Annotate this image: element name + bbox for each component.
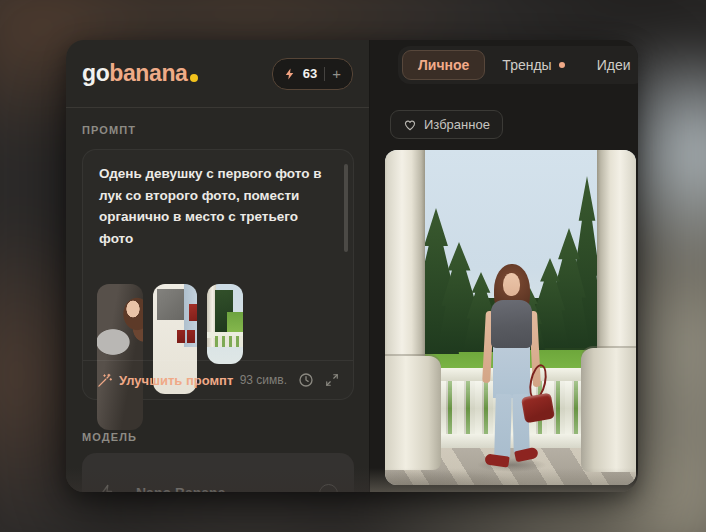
attachment-thumbnail-selfie[interactable] <box>97 284 143 430</box>
model-option-nano-banana[interactable]: Nano Banana <box>82 453 354 492</box>
model-section-label: МОДЕЛЬ <box>82 431 137 443</box>
add-credits-button[interactable]: + <box>332 66 341 81</box>
tab-trends-label: Тренды <box>502 57 551 73</box>
tab-ideas[interactable]: Идеи <box>582 51 638 79</box>
prompt-section-label: ПРОМПТ <box>82 124 136 136</box>
credits-pill[interactable]: 63 + <box>272 58 353 90</box>
favorites-label: Избранное <box>424 117 490 132</box>
column-right-base <box>581 348 636 472</box>
prompt-card: Одень девушку с первого фото в лук со вт… <box>82 149 354 400</box>
column-left <box>385 150 425 362</box>
tab-trends[interactable]: Тренды <box>487 51 579 79</box>
prompt-textarea[interactable]: Одень девушку с первого фото в лук со вт… <box>99 163 327 249</box>
tab-personal-label: Личное <box>418 57 469 73</box>
history-clock-icon[interactable] <box>298 372 314 388</box>
heart-icon <box>403 118 417 131</box>
improve-prompt-button[interactable]: Улучшить промпт <box>97 373 233 388</box>
model-radio[interactable] <box>319 484 338 493</box>
result-photo[interactable] <box>385 150 636 485</box>
person-face <box>503 273 520 296</box>
gallery-panel: Личное Тренды Идеи Избранное <box>370 40 638 492</box>
magic-wand-icon <box>97 373 112 388</box>
expand-icon[interactable] <box>325 373 339 387</box>
app-window: gobanana 63 + ПРОМПТ Одень девушку с пер… <box>66 40 638 492</box>
header: gobanana 63 + <box>66 40 369 108</box>
logo-prefix: go <box>82 60 109 87</box>
credits-count: 63 <box>303 66 317 81</box>
lightning-icon <box>284 67 296 81</box>
tab-personal[interactable]: Личное <box>402 50 485 80</box>
lightning-outline-icon <box>98 483 116 492</box>
improve-prompt-label: Улучшить промпт <box>119 373 233 388</box>
screen: gobanana 63 + ПРОМПТ Одень девушку с пер… <box>0 0 706 532</box>
credits-divider <box>324 67 325 81</box>
prompt-scrollbar[interactable] <box>344 164 348 252</box>
attached-images <box>97 284 243 430</box>
logo-brand: banana <box>109 60 187 87</box>
prompt-footer: Улучшить промпт 93 симв. <box>83 361 353 399</box>
column-left-base <box>385 356 441 470</box>
person-top <box>491 300 532 348</box>
favorites-button[interactable]: Избранное <box>390 110 503 139</box>
person-jeans <box>493 342 530 398</box>
logo-dot <box>190 74 198 82</box>
composer-panel: gobanana 63 + ПРОМПТ Одень девушку с пер… <box>66 40 370 492</box>
attachment-thumbnail-location[interactable] <box>207 284 243 364</box>
app-logo: gobanana <box>82 60 198 87</box>
trends-notification-dot <box>559 62 565 68</box>
char-count: 93 симв. <box>240 373 287 387</box>
gallery-tabs: Личное Тренды Идеи <box>398 46 638 84</box>
person-leg-left <box>494 394 512 458</box>
red-handbag <box>521 393 555 424</box>
column-right <box>597 150 636 355</box>
model-name: Nano Banana <box>136 485 225 492</box>
tab-ideas-label: Идеи <box>597 57 631 73</box>
